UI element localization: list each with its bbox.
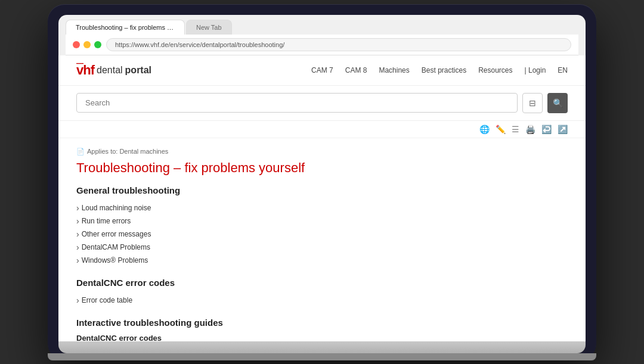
screen-bezel: Troubleshooting – fix problems yourself … xyxy=(58,15,586,353)
site-header: vhf dentalportal CAM 7 CAM 8 Machines Be… xyxy=(58,55,586,86)
list-icon[interactable]: ☰ xyxy=(512,125,519,134)
nav-lang[interactable]: EN xyxy=(558,66,568,74)
applies-to: 📄 Applies to: Dental machines xyxy=(76,148,568,155)
share-icon[interactable]: ↗️ xyxy=(558,125,568,134)
edit-icon[interactable]: ✏️ xyxy=(496,125,506,134)
list-item: Other error messages xyxy=(76,228,568,241)
browser-address-bar: https://www.vhf.de/en/service/dentalport… xyxy=(66,35,578,55)
list-item: Error code table xyxy=(76,294,568,307)
undo-icon[interactable]: ↩️ xyxy=(541,125,552,134)
main-content: 📄 Applies to: Dental machines Troublesho… xyxy=(58,138,586,341)
logo-vhf: vhf xyxy=(76,63,94,78)
search-icon: 🔍 xyxy=(553,98,563,108)
link-dentalcam[interactable]: DentalCAM Problems xyxy=(82,243,150,251)
list-item: Windows® Problems xyxy=(76,254,568,267)
search-bar-row: ⊟ 🔍 xyxy=(58,86,586,121)
close-window-button[interactable] xyxy=(73,41,80,48)
nav-cam8[interactable]: CAM 8 xyxy=(345,66,367,74)
general-troubleshooting-list: Loud machining noise Run time errors Oth… xyxy=(76,201,568,267)
interactive-sub-heading: DentalCNC error codes xyxy=(76,334,568,341)
link-run-time[interactable]: Run time errors xyxy=(82,217,131,225)
laptop-bottom-bezel xyxy=(58,341,586,353)
nav-resources[interactable]: Resources xyxy=(478,66,512,74)
browser-tab-newtab[interactable]: New Tab xyxy=(186,20,232,35)
nav-login[interactable]: | Login xyxy=(525,66,546,74)
browser-chrome: Troubleshooting – fix problems yourself … xyxy=(58,15,586,55)
print-icon[interactable]: 🖨️ xyxy=(525,125,535,134)
section-heading-general: General troubleshooting xyxy=(76,185,568,195)
browser-tabs-bar: Troubleshooting – fix problems yourself … xyxy=(66,20,578,35)
list-item: Run time errors xyxy=(76,214,568,228)
list-item: DentalCAM Problems xyxy=(76,241,568,254)
browser-window-controls xyxy=(73,41,101,48)
page-title: Troubleshooting – fix problems yourself xyxy=(76,160,568,176)
dentalcnc-list: Error code table xyxy=(76,294,568,307)
section-heading-interactive: Interactive troubleshooting guides xyxy=(76,318,568,328)
site-nav: CAM 7 CAM 8 Machines Best practices Reso… xyxy=(311,66,568,74)
page-content: vhf dentalportal CAM 7 CAM 8 Machines Be… xyxy=(58,55,586,341)
laptop-base xyxy=(48,353,596,360)
logo-portal: portal xyxy=(125,65,151,76)
logo-area: vhf dentalportal xyxy=(76,63,151,78)
browser-tab-active[interactable]: Troubleshooting – fix problems yourself xyxy=(66,20,185,35)
globe-icon[interactable]: 🌐 xyxy=(479,125,490,134)
search-go-button[interactable]: 🔍 xyxy=(547,93,568,113)
doc-icon: 📄 xyxy=(76,148,85,155)
list-item: Loud machining noise xyxy=(76,201,568,214)
nav-machines[interactable]: Machines xyxy=(379,66,409,74)
link-windows[interactable]: Windows® Problems xyxy=(82,256,148,265)
search-input-wrap xyxy=(76,93,518,113)
logo-dental: dental xyxy=(97,65,123,76)
search-input[interactable] xyxy=(76,93,518,113)
filter-icon: ⊟ xyxy=(529,98,536,108)
link-other-errors[interactable]: Other error messages xyxy=(82,230,151,238)
search-filter-button[interactable]: ⊟ xyxy=(522,93,543,113)
url-bar[interactable]: https://www.vhf.de/en/service/dentalport… xyxy=(106,38,571,51)
nav-best-practices[interactable]: Best practices xyxy=(422,66,466,74)
link-error-code-table[interactable]: Error code table xyxy=(82,296,132,304)
section-heading-dentalcnc: DentalCNC error codes xyxy=(76,278,568,288)
link-loud-machining[interactable]: Loud machining noise xyxy=(82,204,151,212)
minimize-window-button[interactable] xyxy=(83,41,91,48)
toolbar-icons-row: 🌐 ✏️ ☰ 🖨️ ↩️ ↗️ xyxy=(58,121,586,138)
laptop-frame: Troubleshooting – fix problems yourself … xyxy=(48,4,596,360)
nav-cam7[interactable]: CAM 7 xyxy=(311,66,333,74)
maximize-window-button[interactable] xyxy=(94,41,101,48)
